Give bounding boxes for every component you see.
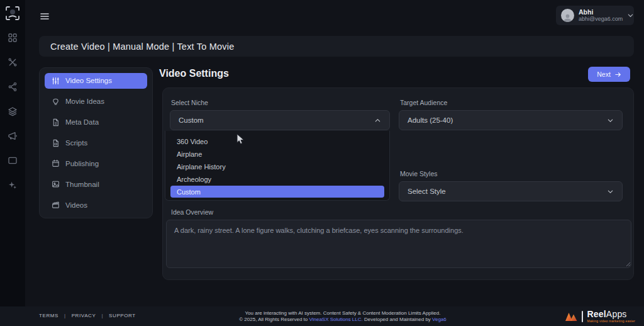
brand-name-bold: Reel	[587, 309, 606, 319]
user-name: Abhi	[579, 8, 623, 16]
footer: TERMS | PRIVACY | SUPPORT You are intera…	[0, 306, 644, 326]
layers-icon[interactable]	[8, 106, 18, 116]
vega6-link[interactable]: Vega6	[432, 317, 447, 322]
idea-overview-label: Idea Overview	[171, 208, 213, 216]
split-nodes-icon[interactable]	[8, 57, 18, 67]
sidebar-item-video-settings[interactable]: Video Settings	[45, 73, 147, 89]
chevron-down-icon	[607, 117, 614, 124]
movie-styles-label: Movie Styles	[400, 170, 438, 177]
breadcrumb-title-bar: Create Video | Manual Mode | Text To Mov…	[39, 36, 634, 57]
clapperboard-icon	[52, 201, 60, 209]
sidebar-item-label: Thumbnail	[65, 181, 99, 188]
target-audience-dropdown[interactable]: Adults (25-40)	[399, 110, 623, 130]
chevron-up-icon	[374, 117, 381, 124]
chevron-down-icon	[627, 12, 634, 19]
calendar-icon	[52, 159, 60, 167]
sidebar-item-label: Publishing	[65, 160, 99, 167]
select-niche-value: Custom	[179, 116, 204, 124]
brand-tagline: Making video marketing easier	[587, 320, 635, 323]
ai-notice-line: You are interacting with AI system. Cont…	[189, 310, 497, 317]
select-niche-dropdown[interactable]: Custom	[170, 110, 390, 130]
section-heading: Video Settings	[159, 68, 229, 79]
user-email: abhi@vega6.com	[579, 16, 623, 22]
brand-divider	[582, 311, 583, 322]
option-airplane-history[interactable]: Airplane History	[170, 160, 384, 172]
workflow-sidebar: Video Settings Movie Ideas Meta Data Scr…	[39, 67, 153, 218]
privacy-link[interactable]: PRIVACY	[72, 313, 96, 318]
hamburger-menu-icon[interactable]	[40, 11, 50, 21]
left-icon-rail	[0, 0, 25, 306]
copyright-mid: Developed and Maintained by	[363, 317, 432, 322]
sidebar-item-scripts[interactable]: Scripts	[45, 135, 147, 151]
user-profile-menu[interactable]: Abhi abhi@vega6.com	[556, 6, 634, 25]
chevron-down-icon	[607, 188, 614, 195]
dashboard-grid-icon[interactable]	[8, 33, 18, 43]
sidebar-item-thumbnail[interactable]: Thumbnail	[45, 176, 147, 192]
arrow-right-icon	[614, 71, 621, 78]
app-logo-face-scan-icon[interactable]	[4, 5, 21, 21]
footer-separator: |	[64, 313, 66, 318]
sliders-icon	[52, 77, 60, 85]
sidebar-item-meta-data[interactable]: Meta Data	[45, 115, 147, 130]
option-custom-highlighted[interactable]: Custom	[170, 186, 384, 198]
sidebar-item-label: Scripts	[65, 139, 87, 147]
target-audience-value: Adults (25-40)	[408, 116, 453, 124]
select-niche-options-list: 360 Video Airplane Airplane History Arch…	[165, 131, 390, 201]
support-link[interactable]: SUPPORT	[109, 313, 136, 318]
sidebar-item-label: Movie Ideas	[65, 98, 104, 105]
vineasx-link[interactable]: VineaSX Solutions LLC.	[309, 317, 363, 322]
option-archeology[interactable]: Archeology	[170, 173, 384, 185]
megaphone-icon[interactable]	[8, 131, 18, 141]
sidebar-item-movie-ideas[interactable]: Movie Ideas	[45, 94, 147, 110]
option-airplane[interactable]: Airplane	[170, 148, 384, 160]
lightbulb-icon	[52, 98, 60, 106]
movie-styles-value: Select Style	[408, 188, 446, 195]
copyright-line: © 2025, All Rights Reserved to VineaSX S…	[189, 317, 497, 323]
sidebar-item-label: Video Settings	[65, 77, 112, 84]
sidebar-item-videos[interactable]: Videos	[45, 197, 147, 213]
image-icon	[52, 180, 60, 188]
target-audience-label: Target Audience	[400, 99, 447, 106]
footer-separator: |	[101, 313, 103, 318]
code-file-icon	[52, 139, 60, 147]
sidebar-item-publishing[interactable]: Publishing	[45, 155, 147, 171]
brand-name-light: Apps	[606, 309, 627, 319]
share-icon[interactable]	[8, 82, 18, 92]
sidebar-item-label: Videos	[65, 201, 87, 209]
next-button-label: Next	[597, 70, 611, 78]
footer-notice: You are interacting with AI system. Cont…	[189, 310, 497, 323]
page-title: Create Video | Manual Mode | Text To Mov…	[50, 42, 234, 52]
reelapps-brand: ReelApps Making video marketing easier	[565, 310, 635, 323]
sidebar-item-label: Meta Data	[65, 118, 99, 126]
select-niche-label: Select Niche	[171, 99, 208, 106]
window-icon[interactable]	[8, 155, 18, 166]
file-icon	[52, 118, 60, 126]
reelapps-logo-icon	[565, 311, 578, 322]
user-meta: Abhi abhi@vega6.com	[579, 8, 623, 22]
next-button[interactable]: Next	[588, 67, 630, 82]
terms-link[interactable]: TERMS	[39, 313, 58, 318]
idea-overview-textarea[interactable]	[166, 220, 631, 268]
sparkles-icon[interactable]	[8, 180, 18, 190]
avatar	[561, 9, 574, 22]
option-360-video[interactable]: 360 Video	[170, 135, 384, 147]
brand-text: ReelApps Making video marketing easier	[587, 310, 635, 323]
movie-styles-dropdown[interactable]: Select Style	[399, 181, 623, 201]
footer-links: TERMS | PRIVACY | SUPPORT	[39, 313, 136, 318]
copyright-prefix: © 2025, All Rights Reserved to	[239, 317, 309, 322]
